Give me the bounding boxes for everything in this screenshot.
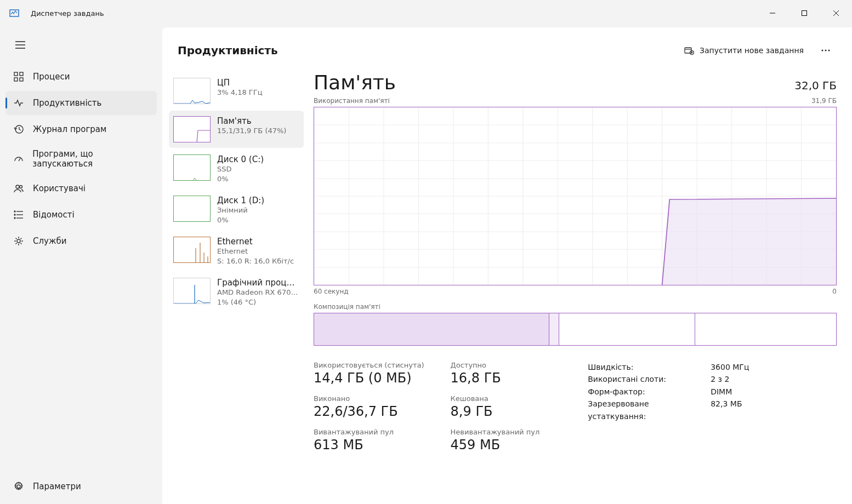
run-task-icon: [684, 45, 694, 55]
info-row: Швидкість:3600 МГц: [588, 361, 749, 373]
ethernet-thumb: [173, 237, 211, 263]
maximize-button[interactable]: [788, 0, 820, 26]
svg-point-23: [17, 485, 20, 488]
svg-rect-9: [20, 72, 23, 76]
perf-sub2: S: 16,0 R: 16,0 Кбіт/с: [217, 256, 299, 266]
minimize-button[interactable]: [757, 0, 788, 26]
more-button[interactable]: [815, 41, 837, 60]
usage-max: 31,9 ГБ: [811, 97, 837, 105]
users-icon: [13, 183, 24, 194]
cpu-thumb: [173, 78, 211, 104]
close-button[interactable]: [820, 0, 852, 26]
comp-seg-free: [695, 313, 836, 345]
memory-composition-chart[interactable]: [314, 313, 837, 346]
nav-label: Користувачі: [33, 184, 86, 193]
gpu-thumb: [173, 278, 211, 304]
app-icon: [9, 8, 20, 19]
nav-label: Процеси: [33, 72, 70, 82]
nav-settings[interactable]: Параметри: [5, 474, 157, 499]
perf-title: Диск 1 (D:): [217, 196, 299, 205]
svg-line-13: [19, 158, 20, 161]
nav-startup[interactable]: Програми, що запускаються: [5, 144, 157, 174]
perf-item-gpu[interactable]: Графічний процесор 0 AMD Radeon RX 6700 …: [169, 272, 304, 312]
nav-label: Журнал програм: [33, 124, 106, 134]
svg-rect-10: [14, 78, 18, 81]
composition-label: Композиція пам'яті: [314, 303, 837, 311]
stat-available: Доступно 16,8 ГБ: [451, 361, 540, 386]
time-right-label: 0: [832, 288, 837, 295]
sidebar: Процеси Продуктивність Журнал програм Пр…: [0, 26, 162, 504]
list-icon: [13, 209, 24, 220]
detail-title: Пам'ять: [314, 71, 396, 94]
nav-label: Відомості: [33, 210, 75, 220]
perf-sub: 15,1/31,9 ГБ (47%): [217, 126, 299, 136]
main-panel: Продуктивність Запустити нове завдання: [162, 27, 852, 504]
info-row: Форм-фактор:DIMM: [588, 386, 749, 398]
comp-seg-standby: [559, 313, 695, 345]
usage-label: Використання пам'яті: [314, 97, 390, 105]
page-title: Продуктивність: [178, 44, 278, 57]
perf-title: Пам'ять: [217, 116, 299, 126]
perf-sub2: 1% (46 °C): [217, 297, 299, 307]
disk-thumb: [173, 154, 211, 181]
comp-seg-used: [314, 313, 549, 345]
svg-point-15: [20, 186, 22, 188]
memory-usage-chart[interactable]: [314, 107, 837, 285]
svg-point-30: [825, 49, 826, 51]
app-title: Диспетчер завдань: [31, 9, 104, 18]
perf-item-disk-0[interactable]: Диск 0 (C:) SSD 0%: [169, 149, 304, 189]
perf-sub2: 0%: [217, 174, 299, 184]
nav-performance[interactable]: Продуктивність: [5, 91, 157, 115]
nav-processes[interactable]: Процеси: [5, 65, 157, 89]
info-row: Використані слоти:2 з 2: [588, 373, 749, 385]
nav-label: Служби: [33, 236, 66, 246]
perf-title: Диск 0 (C:): [217, 154, 299, 164]
nav-app-history[interactable]: Журнал програм: [5, 117, 157, 141]
perf-sub: 3% 4,18 ГГц: [217, 88, 299, 98]
perf-item-disk-1[interactable]: Диск 1 (D:) Знімний 0%: [169, 190, 304, 230]
nav-label: Продуктивність: [33, 98, 101, 108]
perf-sub: Знімний: [217, 205, 299, 215]
memory-info-table: Швидкість:3600 МГц Використані слоти:2 з…: [588, 361, 749, 453]
detail-pane: Пам'ять 32,0 ГБ Використання пам'яті 31,…: [309, 69, 852, 504]
memory-thumb: [173, 116, 211, 142]
gear-icon: [13, 236, 24, 247]
perf-item-memory[interactable]: Пам'ять 15,1/31,9 ГБ (47%): [169, 111, 304, 148]
perf-item-cpu[interactable]: ЦП 3% 4,18 ГГц: [169, 72, 304, 110]
perf-sub2: 0%: [217, 215, 299, 225]
svg-point-31: [828, 49, 830, 51]
grid-icon: [13, 71, 24, 82]
comp-seg-modified: [549, 313, 559, 345]
stat-committed: Виконано 22,6/36,7 ГБ: [314, 394, 424, 419]
nav-services[interactable]: Служби: [5, 229, 157, 253]
perf-title: ЦП: [217, 78, 299, 88]
stat-in-use: Використовується (стиснута) 14,4 ГБ (0 М…: [314, 361, 424, 386]
run-task-label: Запустити нове завдання: [700, 46, 804, 55]
svg-rect-11: [20, 78, 23, 81]
main-header: Продуктивність Запустити нове завдання: [162, 27, 852, 69]
perf-sub: AMD Radeon RX 6700 XT: [217, 288, 299, 297]
performance-list: ЦП 3% 4,18 ГГц Пам'ять 15,1/31,9 ГБ (47%…: [167, 69, 309, 504]
perf-title: Ethernet: [217, 237, 299, 247]
nav-details[interactable]: Відомості: [5, 203, 157, 227]
perf-item-ethernet[interactable]: Ethernet Ethernet S: 16,0 R: 16,0 Кбіт/с: [169, 231, 304, 271]
stat-nonpaged: Невивантажуваний пул 459 МБ: [451, 428, 540, 453]
window-controls: [757, 0, 852, 26]
detail-total: 32,0 ГБ: [794, 79, 837, 92]
info-row: Зарезервоване устаткування:82,3 МБ: [588, 398, 749, 422]
stat-paged: Вивантажуваний пул 613 МБ: [314, 428, 424, 453]
svg-rect-24: [685, 48, 691, 53]
pulse-icon: [13, 98, 24, 108]
perf-title: Графічний процесор 0: [217, 278, 299, 288]
svg-point-29: [821, 49, 823, 51]
perf-sub: SSD: [217, 164, 299, 174]
disk-thumb: [173, 196, 211, 222]
svg-point-20: [14, 214, 15, 215]
history-icon: [13, 124, 24, 135]
settings-icon: [13, 481, 24, 492]
hamburger-button[interactable]: [8, 34, 33, 56]
run-new-task-button[interactable]: Запустити нове завдання: [678, 42, 810, 59]
svg-point-19: [14, 211, 15, 212]
nav-users[interactable]: Користувачі: [5, 176, 157, 201]
svg-point-21: [14, 217, 15, 219]
